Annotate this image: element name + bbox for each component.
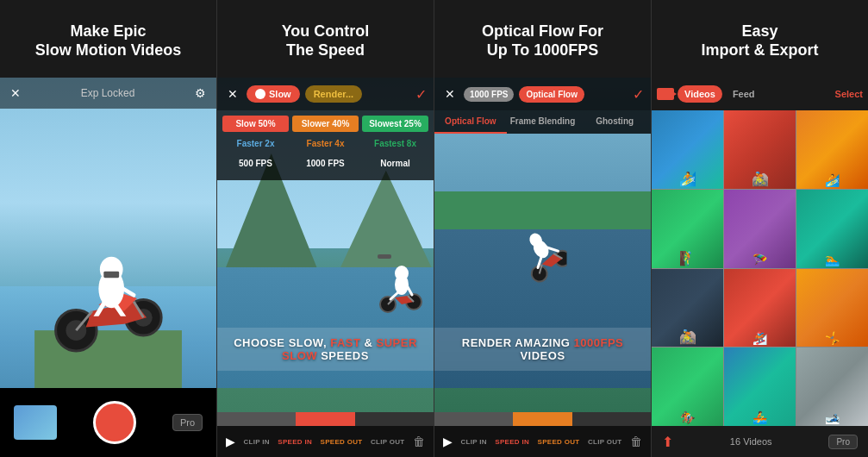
render-banner: RENDER AMAZING 1000FPS VIDEOS bbox=[434, 328, 651, 371]
slow-tab[interactable]: Slow bbox=[247, 85, 300, 103]
video-grid bbox=[652, 110, 868, 426]
speed-cell-faster4x[interactable]: Faster 4x bbox=[292, 135, 359, 152]
video-thumbnail[interactable] bbox=[14, 405, 57, 440]
panel3-header: Optical Flow For Up To 1000FPS bbox=[434, 0, 651, 78]
speed-cell-normal[interactable]: Normal bbox=[362, 155, 428, 172]
tl3-segment-gray bbox=[434, 412, 513, 426]
panel3-clip-out-label: CLIP OUT bbox=[588, 438, 622, 446]
exp-locked-label: Exp Locked bbox=[81, 87, 135, 99]
speed-grid: Slow 50% Slower 40% Slowest 25% Faster 2… bbox=[217, 110, 434, 180]
tl3-segment-dark bbox=[572, 412, 651, 426]
panel-import-export: Easy Import & Export Videos Feed Select bbox=[652, 0, 868, 457]
render-text: RENDER AMAZING 1000FPS VIDEOS bbox=[443, 336, 642, 362]
panel3-timeline[interactable] bbox=[434, 412, 651, 426]
clip-in-label: CLIP IN bbox=[243, 438, 269, 446]
panel-epic-slow-motion: Make Epic Slow Motion Videos ✕ Exp Locke… bbox=[0, 0, 217, 457]
speed-row-2: Faster 2x Faster 4x Fastest 8x bbox=[222, 135, 428, 152]
of-confirm-icon[interactable]: ✓ bbox=[633, 86, 644, 103]
close-icon[interactable]: ✕ bbox=[10, 86, 21, 100]
panel1-toolbar: ✕ Exp Locked ⚙ bbox=[0, 78, 216, 109]
video-thumb-7[interactable] bbox=[652, 269, 723, 347]
video-thumb-10[interactable] bbox=[652, 347, 723, 426]
svg-rect-11 bbox=[103, 272, 119, 278]
panel4-title: Easy Import & Export bbox=[701, 22, 818, 60]
settings-icon[interactable]: ⚙ bbox=[195, 86, 206, 100]
svg-line-25 bbox=[407, 285, 412, 295]
panel-optical-flow: Optical Flow For Up To 1000FPS ✕ 1000 FP… bbox=[434, 0, 652, 457]
delete-icon[interactable]: 🗑 bbox=[413, 435, 425, 448]
panel2-bottom-controls: ▶ CLIP IN SPEED IN SPEED OUT CLIP OUT 🗑 bbox=[217, 426, 434, 457]
panel3-title: Optical Flow For Up To 1000FPS bbox=[482, 22, 603, 60]
panel4-pro-badge[interactable]: Pro bbox=[828, 435, 858, 449]
panel3-delete-icon[interactable]: 🗑 bbox=[630, 435, 642, 448]
svg-rect-24 bbox=[378, 254, 391, 259]
tab-frame-blending[interactable]: Frame Blending bbox=[507, 110, 579, 134]
render-tab-label: Render... bbox=[314, 89, 353, 99]
tab-videos[interactable]: Videos bbox=[678, 85, 722, 103]
video-count-label: 16 Videos bbox=[730, 436, 772, 447]
fps-badge: 1000 FPS bbox=[464, 87, 514, 102]
render-tab[interactable]: Render... bbox=[305, 85, 362, 103]
tl-segment-gray bbox=[217, 412, 296, 426]
select-button[interactable]: Select bbox=[835, 89, 863, 99]
panel1-body: ✕ Exp Locked ⚙ bbox=[0, 78, 216, 457]
svg-rect-15 bbox=[89, 316, 100, 322]
export-icon[interactable]: ⬆ bbox=[662, 434, 673, 450]
panel1-title: Make Epic Slow Motion Videos bbox=[35, 22, 182, 60]
close-button[interactable]: ✕ bbox=[224, 87, 241, 101]
panel3-speed-out-label: SPEED OUT bbox=[538, 438, 580, 446]
play-button[interactable]: ▶ bbox=[226, 435, 235, 448]
tab-optical-flow[interactable]: Optical Flow bbox=[434, 110, 507, 134]
svg-point-23 bbox=[395, 266, 409, 281]
speed-cell-500fps[interactable]: 500 FPS bbox=[222, 155, 289, 172]
panel3-play-button[interactable]: ▶ bbox=[443, 435, 453, 448]
of-method-tabs: Optical Flow Frame Blending Ghosting bbox=[434, 110, 651, 134]
choose-speeds-text: CHOOSE SLOW, FAST & SUPER SLOW SPEEDS bbox=[226, 336, 425, 362]
app-container: Make Epic Slow Motion Videos ✕ Exp Locke… bbox=[0, 0, 868, 457]
speed-in-label: SPEED IN bbox=[278, 438, 312, 446]
confirm-icon[interactable]: ✓ bbox=[415, 86, 427, 103]
panel3-bottom-controls: ▶ CLIP IN SPEED IN SPEED OUT CLIP OUT 🗑 bbox=[434, 426, 651, 457]
tab-ghosting[interactable]: Ghosting bbox=[578, 110, 651, 134]
speed-row-3: 500 FPS 1000 FPS Normal bbox=[222, 155, 428, 172]
slow-tab-label: Slow bbox=[269, 89, 291, 99]
panel2-title: You Control The Speed bbox=[282, 22, 370, 60]
speed-cell-slowest25[interactable]: Slowest 25% bbox=[362, 116, 428, 132]
video-thumb-5[interactable] bbox=[724, 190, 796, 268]
video-thumb-2[interactable] bbox=[724, 110, 796, 189]
svg-rect-16 bbox=[120, 316, 130, 322]
record-button[interactable] bbox=[93, 401, 136, 444]
mountain2 bbox=[315, 171, 434, 267]
panel2-header: You Control The Speed bbox=[217, 0, 434, 78]
speed-row-1: Slow 50% Slower 40% Slowest 25% bbox=[222, 116, 428, 132]
speed-top-bar: ✕ Slow Render... ✓ bbox=[217, 78, 434, 110]
video-thumb-12[interactable] bbox=[796, 347, 868, 426]
panel4-toolbar: Videos Feed Select bbox=[652, 78, 868, 110]
slow-tab-icon bbox=[255, 89, 265, 99]
video-thumb-6[interactable] bbox=[796, 190, 868, 268]
video-thumb-3[interactable] bbox=[796, 110, 868, 189]
video-thumb-4[interactable] bbox=[652, 190, 723, 268]
panel3-bmx-rider bbox=[519, 216, 566, 285]
speed-cell-faster2x[interactable]: Faster 2x bbox=[222, 135, 289, 152]
video-thumb-1[interactable] bbox=[652, 110, 723, 189]
video-thumb-9[interactable] bbox=[796, 269, 868, 347]
record-mode-icon bbox=[657, 88, 674, 100]
panel2-timeline[interactable] bbox=[217, 412, 434, 426]
panel4-body: Videos Feed Select ⬆ bbox=[652, 78, 868, 457]
panel3-speed-in-label: SPEED IN bbox=[495, 438, 529, 446]
speed-cell-1000fps[interactable]: 1000 FPS bbox=[292, 155, 359, 172]
optical-flow-tab[interactable]: Optical Flow bbox=[519, 86, 584, 103]
pro-badge[interactable]: Pro bbox=[172, 414, 203, 431]
speed-cell-slower40[interactable]: Slower 40% bbox=[292, 116, 359, 132]
panel4-bottom-bar: ⬆ 16 Videos Pro bbox=[652, 426, 868, 457]
of-close-button[interactable]: ✕ bbox=[441, 87, 459, 101]
of-top-bar: ✕ 1000 FPS Optical Flow ✓ bbox=[434, 78, 651, 110]
video-thumb-8[interactable] bbox=[724, 269, 796, 347]
tab-feed[interactable]: Feed bbox=[726, 85, 762, 103]
panel2-body: ✕ Slow Render... ✓ Slow 50% Slower 40% S… bbox=[217, 78, 434, 457]
panel-speed-control: You Control The Speed ✕ Slow Render... bbox=[217, 0, 434, 457]
speed-cell-fastest8x[interactable]: Fastest 8x bbox=[362, 135, 428, 152]
video-thumb-11[interactable] bbox=[724, 347, 796, 426]
speed-cell-slow50[interactable]: Slow 50% bbox=[222, 116, 289, 132]
